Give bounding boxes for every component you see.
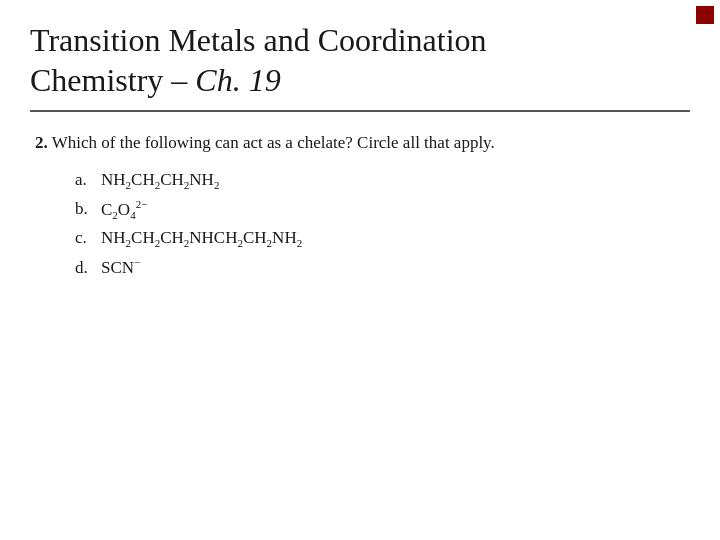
option-c: c. NH2CH2CH2NHCH2CH2NH2 xyxy=(75,224,690,253)
title-section: Transition Metals and Coordination Chemi… xyxy=(30,20,690,100)
title-line2-prefix: Chemistry – xyxy=(30,62,195,98)
option-b-label: b. xyxy=(75,195,95,224)
options-list: a. NH2CH2CH2NH2 b. C2O42− c. NH2CH2CH2NH… xyxy=(35,166,690,283)
option-b-text: C2O42− xyxy=(101,195,147,225)
slide-container: Transition Metals and Coordination Chemi… xyxy=(0,0,720,540)
option-c-text: NH2CH2CH2NHCH2CH2NH2 xyxy=(101,224,302,253)
slide-title: Transition Metals and Coordination Chemi… xyxy=(30,20,690,100)
title-line2-italic: Ch. 19 xyxy=(195,62,280,98)
option-d-label: d. xyxy=(75,254,95,283)
option-a-label: a. xyxy=(75,166,95,195)
option-a-text: NH2CH2CH2NH2 xyxy=(101,166,219,195)
option-d-text: SCN− xyxy=(101,253,140,283)
question-number: 2. xyxy=(35,133,48,152)
option-a: a. NH2CH2CH2NH2 xyxy=(75,166,690,195)
content-section: 2. Which of the following can act as a c… xyxy=(30,130,690,283)
option-b: b. C2O42− xyxy=(75,195,690,225)
option-c-label: c. xyxy=(75,224,95,253)
option-d: d. SCN− xyxy=(75,253,690,283)
question-text: 2. Which of the following can act as a c… xyxy=(35,130,690,156)
title-line1: Transition Metals and Coordination xyxy=(30,22,487,58)
corner-decoration xyxy=(696,6,714,24)
title-divider xyxy=(30,110,690,112)
